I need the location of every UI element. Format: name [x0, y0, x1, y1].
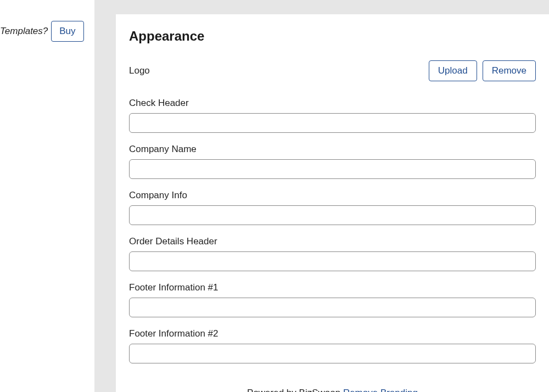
- footer-info-1-label: Footer Information #1: [129, 282, 536, 293]
- order-details-header-label: Order Details Header: [129, 236, 536, 247]
- check-header-input[interactable]: [129, 113, 536, 133]
- field-order-details-header: Order Details Header: [129, 236, 536, 271]
- company-info-input[interactable]: [129, 205, 536, 225]
- page-title: Appearance: [129, 29, 536, 44]
- logo-label: Logo: [129, 65, 150, 76]
- powered-by-text: Powered by BizSwoop: [247, 388, 343, 392]
- field-company-name: Company Name: [129, 144, 536, 179]
- buy-button[interactable]: Buy: [51, 21, 83, 42]
- upload-button[interactable]: Upload: [429, 60, 477, 81]
- footer-info-2-label: Footer Information #2: [129, 328, 536, 339]
- company-name-label: Company Name: [129, 144, 536, 155]
- field-footer-info-1: Footer Information #1: [129, 282, 536, 317]
- templates-text: Templates?: [0, 26, 48, 37]
- field-check-header: Check Header: [129, 98, 536, 133]
- field-footer-info-2: Footer Information #2: [129, 328, 536, 363]
- main-panel: Appearance Logo Upload Remove Check Head…: [116, 14, 549, 392]
- company-name-input[interactable]: [129, 159, 536, 179]
- sidebar: Templates? Buy: [0, 0, 94, 392]
- check-header-label: Check Header: [129, 98, 536, 109]
- logo-buttons: Upload Remove: [429, 60, 536, 81]
- logo-row: Logo Upload Remove: [129, 60, 536, 81]
- remove-branding-link[interactable]: Remove Branding: [343, 388, 418, 392]
- templates-prompt-row: Templates? Buy: [0, 21, 90, 42]
- remove-button[interactable]: Remove: [483, 60, 536, 81]
- field-company-info: Company Info: [129, 190, 536, 225]
- company-info-label: Company Info: [129, 190, 536, 201]
- footer-info-2-input[interactable]: [129, 344, 536, 363]
- footer-info-1-input[interactable]: [129, 298, 536, 317]
- order-details-header-input[interactable]: [129, 251, 536, 271]
- footer-text: Powered by BizSwoop Remove Branding: [129, 388, 536, 392]
